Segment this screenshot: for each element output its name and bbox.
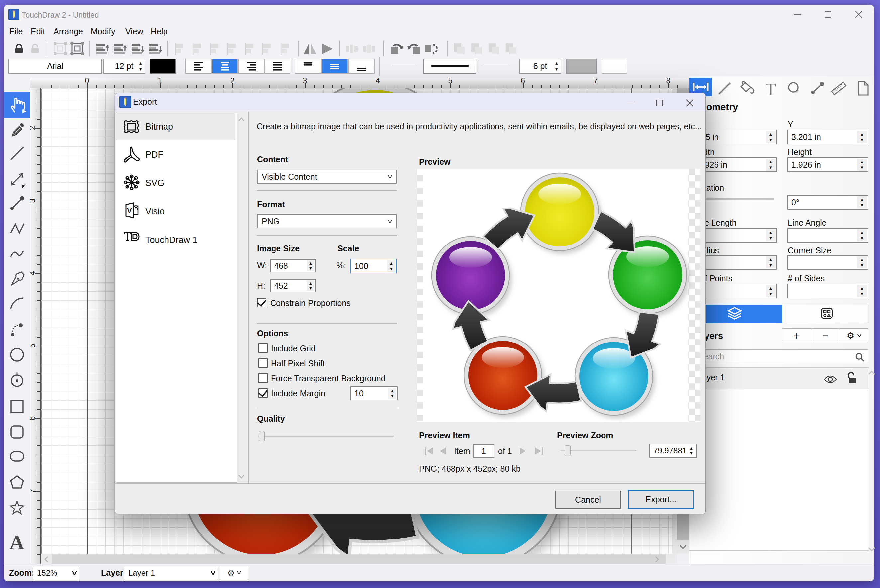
- svg-text:V: V: [127, 206, 132, 214]
